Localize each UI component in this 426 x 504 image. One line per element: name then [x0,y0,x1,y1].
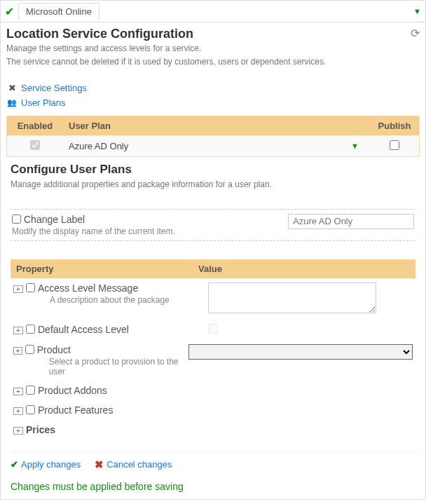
prop-access-message: + Access Level Message A description abo… [11,278,415,320]
x-icon: ✖ [95,458,104,471]
expand-icon[interactable]: + [13,347,22,355]
prop-label: Product Addons [38,385,107,396]
row-dropdown-icon[interactable]: ▼ [351,142,359,150]
property-table: Property Value + Access Level Message A … [11,259,415,440]
warning-text: Changes must be applied before saving [11,481,415,492]
link-label: User Plans [21,97,66,108]
configure-title: Configure User Plans [11,163,415,177]
expand-icon[interactable]: + [13,388,23,395]
configure-subtext: Manage additional properties and package… [11,179,415,189]
service-tab[interactable]: Microsoft Online [18,3,99,20]
expand-icon[interactable]: + [13,327,23,334]
prop-label-row[interactable]: Product Addons [26,385,208,396]
change-label-section: Change Label Modify the display name of … [11,209,415,241]
prop-checkbox[interactable] [25,345,34,354]
check-icon: ✔ [5,5,14,18]
main-panel: Location Service Configuration Manage th… [0,22,426,500]
action-bar: ✔ Apply changes ✖ Cancel changes [11,452,415,471]
link-section: ✖ Service Settings 👥 User Plans [6,81,420,110]
configure-panel: Configure User Plans Manage additional p… [11,163,415,492]
prop-prices: + Prices [11,420,415,440]
prop-checkbox[interactable] [26,325,35,334]
prop-label-row[interactable]: Product [25,344,188,355]
expand-icon[interactable]: + [13,427,23,435]
enabled-checkbox [30,140,40,150]
prop-label-row[interactable]: Access Level Message [26,282,208,294]
dropdown-icon[interactable]: ▼ [413,7,421,15]
expand-icon[interactable]: + [13,407,23,415]
col-plan: User Plan [63,116,370,135]
table-header: Enabled User Plan Publish [7,116,419,135]
publish-checkbox[interactable] [390,140,399,150]
prop-hint: Select a product to provision to the use… [49,357,188,376]
top-bar: ✔ Microsoft Online ▼ [0,0,426,22]
users-icon: 👥 [6,98,18,107]
default-level-value [208,324,218,334]
service-settings-link[interactable]: ✖ Service Settings [6,81,420,95]
change-label-hint: Modify the display name of the current i… [12,226,288,236]
property-header: Property Value [11,259,415,278]
link-label: Service Settings [21,83,87,93]
plan-name: Azure AD Only [69,141,128,151]
prop-label-row[interactable]: Default Access Level [26,324,208,335]
prop-default-level: + Default Access Level [11,320,415,340]
refresh-icon[interactable]: ⟳ [411,27,420,40]
prop-addons: + Product Addons [11,381,415,400]
page-subtext-2: The service cannot be deleted if it is u… [6,56,326,68]
apply-button[interactable]: ✔ Apply changes [11,458,81,471]
access-message-textarea[interactable] [208,282,376,313]
change-label-row[interactable]: Change Label [12,214,288,225]
prop-label: Default Access Level [38,324,129,335]
prop-label: Access Level Message [38,282,138,294]
prop-checkbox[interactable] [26,386,35,395]
prop-label: Product Features [38,404,113,416]
table-row[interactable]: Azure AD Only ▼ [7,135,419,156]
apply-label: Apply changes [21,459,81,470]
prop-checkbox[interactable] [26,283,35,292]
page-title: Location Service Configuration [6,27,326,41]
cancel-button[interactable]: ✖ Cancel changes [95,458,172,471]
panel-header: Location Service Configuration Manage th… [6,27,420,68]
change-label-checkbox[interactable] [12,214,21,224]
user-plans-table: Enabled User Plan Publish Azure AD Only … [6,116,420,157]
cancel-label: Cancel changes [106,459,172,470]
col-enabled: Enabled [7,116,63,135]
wrench-icon: ✖ [6,83,18,93]
user-plans-link[interactable]: 👥 User Plans [6,95,420,110]
prop-hint: A description about the package [50,295,208,305]
prop-features: + Product Features [11,400,415,420]
change-label-text: Change Label [24,214,85,225]
label-value-input [288,214,414,229]
page-subtext-1: Manage the settings and access levels fo… [6,43,326,55]
col-publish: Publish [370,116,419,135]
expand-icon[interactable]: + [13,285,23,293]
check-icon: ✔ [11,459,18,470]
prop-label: Product [37,344,71,355]
prop-checkbox[interactable] [26,405,35,414]
prop-product: + Product Select a product to provision … [11,340,415,381]
col-property: Property [11,259,193,278]
product-select[interactable] [188,344,413,360]
prop-label: Prices [26,424,208,435]
prop-label-row[interactable]: Product Features [26,404,208,416]
col-value: Value [193,259,415,278]
